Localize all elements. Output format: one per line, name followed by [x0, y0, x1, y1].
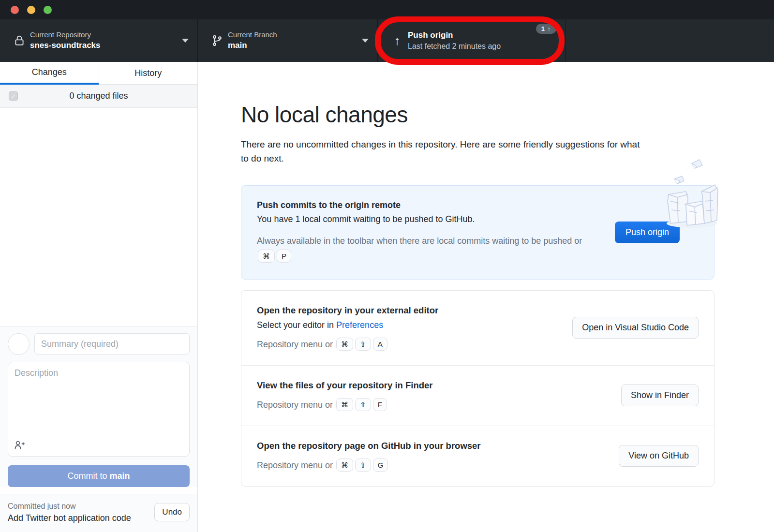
- minimize-window-button[interactable]: [27, 6, 35, 14]
- action-shortcut: Repository menu or ⌘⇧A: [257, 338, 558, 351]
- main-panel: No local changes There are no uncommitte…: [198, 62, 774, 532]
- push-origin-title: Push origin: [408, 30, 536, 41]
- action-title: Open the repository in your external edi…: [257, 305, 558, 316]
- commit-to-main-button[interactable]: Commit to main: [8, 465, 190, 487]
- suggested-actions-list: Open the repository in your external edi…: [241, 290, 714, 487]
- arrow-up-icon: ↑: [387, 34, 408, 47]
- current-branch-dropdown[interactable]: Current Branch main: [198, 19, 378, 62]
- push-tip-line1: You have 1 local commit waiting to be pu…: [257, 214, 600, 224]
- repository-label: Current Repository: [30, 30, 178, 40]
- cmd-key: ⌘: [336, 398, 353, 411]
- page-title: No local changes: [241, 102, 774, 128]
- add-coauthor-icon[interactable]: [14, 439, 25, 453]
- action-shortcut: Repository menu or ⌘⇧G: [257, 458, 604, 472]
- open-in-vscode-button[interactable]: Open in Visual Studio Code: [572, 317, 699, 339]
- cmd-key: ⌘: [258, 250, 275, 263]
- action-title: View the files of your repository in Fin…: [257, 380, 607, 391]
- shift-key: ⇧: [355, 458, 371, 472]
- github-desktop-window: Current Repository snes-soundtracks Curr…: [0, 0, 774, 532]
- cmd-key: ⌘: [336, 458, 353, 472]
- last-commit-message: Add Twitter bot application code: [8, 512, 154, 524]
- select-all-checkbox[interactable]: ✓: [9, 91, 18, 101]
- a-key: A: [373, 338, 387, 351]
- commit-button-branch: main: [110, 471, 130, 481]
- push-tip-line2-text: Always available in the toolbar when the…: [257, 236, 582, 246]
- tab-changes[interactable]: Changes: [0, 62, 99, 85]
- changed-files-list: [0, 108, 197, 326]
- commit-description-input[interactable]: [8, 362, 190, 457]
- changed-files-count: 0 changed files: [0, 91, 197, 101]
- undo-commit-banner: Committed just now Add Twitter bot appli…: [0, 494, 197, 532]
- toolbar-empty-space: [566, 19, 774, 62]
- git-branch-icon: [207, 34, 228, 47]
- f-key: F: [373, 398, 387, 411]
- action-row-open-editor: Open the repository in your external edi…: [241, 291, 714, 365]
- commit-form: Commit to main: [0, 326, 197, 487]
- shift-key: ⇧: [355, 338, 371, 351]
- macos-titlebar: [0, 0, 774, 19]
- last-fetched-text: Last fetched 2 minutes ago: [408, 41, 536, 52]
- view-on-github-button[interactable]: View on GitHub: [619, 445, 699, 467]
- action-row-show-in-finder: View the files of your repository in Fin…: [241, 365, 714, 426]
- push-origin-button[interactable]: Push origin: [615, 222, 680, 243]
- close-window-button[interactable]: [11, 6, 19, 14]
- push-suggestion-card: Push commits to the origin remote You ha…: [241, 185, 714, 280]
- commit-status-text: Committed just now: [8, 501, 154, 512]
- shortcut-prefix: Repository menu or: [257, 340, 333, 349]
- action-shortcut: Repository menu or ⌘⇧F: [257, 398, 607, 411]
- repository-name: snes-soundtracks: [30, 40, 178, 51]
- g-key: G: [373, 458, 388, 472]
- push-count-badge: 1 ↑: [536, 24, 556, 34]
- branch-name: main: [228, 40, 358, 51]
- action-title: Open the repository page on GitHub in yo…: [257, 441, 604, 451]
- editor-preferences-line: Select your editor in Preferences: [257, 320, 558, 330]
- undo-button[interactable]: Undo: [154, 503, 190, 521]
- shortcut-prefix: Repository menu or: [257, 400, 333, 410]
- traffic-lights: [11, 6, 52, 14]
- push-tip-title: Push commits to the origin remote: [257, 200, 600, 210]
- sidebar-tabs: Changes History: [0, 62, 197, 85]
- commit-summary-input[interactable]: [34, 333, 190, 355]
- preferences-link[interactable]: Preferences: [336, 320, 383, 330]
- p-key: P: [277, 250, 291, 263]
- chevron-down-icon: [182, 39, 189, 43]
- shift-key: ⇧: [355, 398, 371, 411]
- lock-icon: [9, 34, 30, 47]
- toolbar: Current Repository snes-soundtracks Curr…: [0, 19, 774, 62]
- changed-files-header: ✓ 0 changed files: [0, 85, 197, 108]
- sidebar: Changes History ✓ 0 changed files: [0, 62, 198, 532]
- current-repository-dropdown[interactable]: Current Repository snes-soundtracks: [0, 19, 198, 62]
- tab-history[interactable]: History: [99, 62, 198, 85]
- commit-button-prefix: Commit to: [67, 471, 109, 481]
- branch-label: Current Branch: [228, 30, 358, 40]
- avatar: [8, 333, 30, 355]
- action-row-view-on-github: Open the repository page on GitHub in yo…: [241, 426, 714, 486]
- cmd-key: ⌘: [336, 338, 353, 351]
- push-origin-toolbar-button[interactable]: ↑ Push origin Last fetched 2 minutes ago…: [378, 19, 566, 62]
- show-in-finder-button[interactable]: Show in Finder: [621, 384, 699, 406]
- page-subtitle: There are no uncommitted changes in this…: [241, 137, 643, 166]
- chevron-down-icon: [362, 39, 369, 43]
- zoom-window-button[interactable]: [44, 6, 52, 14]
- shortcut-prefix: Repository menu or: [257, 460, 333, 470]
- editor-preferences-prefix: Select your editor in: [257, 320, 336, 330]
- push-tip-line2: Always available in the toolbar when the…: [257, 233, 600, 265]
